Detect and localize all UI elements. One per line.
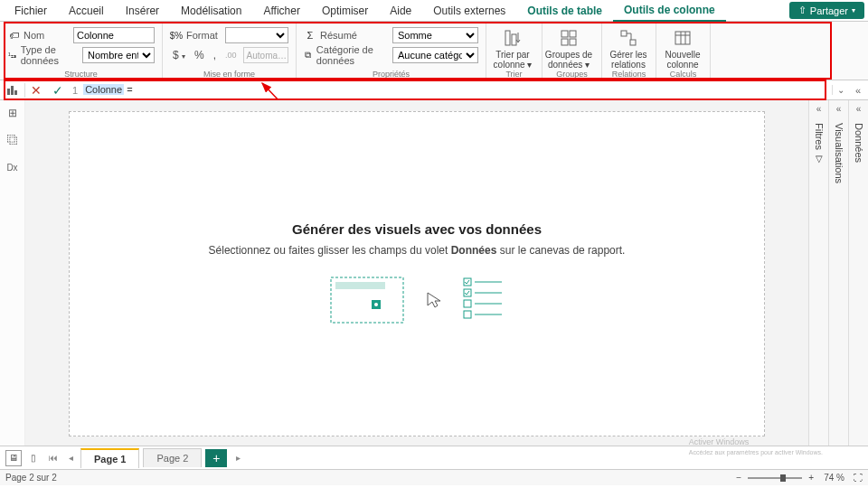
datatype-label: Type de données (21, 44, 79, 66)
format-select[interactable] (225, 27, 288, 43)
menu-accueil[interactable]: Accueil (58, 1, 115, 21)
dax-view-icon[interactable]: Dx (5, 160, 20, 174)
zoom-slider[interactable] (748, 477, 802, 479)
collapse-ribbon-icon[interactable]: « (848, 85, 868, 96)
add-page-button[interactable]: + (205, 449, 227, 467)
menu-inserer[interactable]: Insérer (115, 1, 170, 21)
ribbon-group-relations: Gérer les relations Relations (602, 23, 656, 80)
formula-bar: ✕ ✓ 1 Colonne = ⌄ « (0, 80, 868, 100)
report-canvas[interactable]: Générer des visuels avec vos données Sél… (69, 111, 765, 436)
ribbon-group-calculs: Nouvelle colonne Calculs (656, 23, 711, 80)
visualizations-label: Visualisations (834, 123, 844, 183)
fit-to-page-icon[interactable]: ⛶ (854, 473, 863, 483)
svg-rect-1 (512, 34, 516, 45)
filters-label: Filtres (814, 123, 825, 150)
relations-icon (618, 28, 638, 48)
zoom-control: − + 74 % ⛶ (733, 473, 863, 483)
format-label: Format (186, 30, 218, 41)
sigma-icon: Σ (304, 29, 316, 42)
illus-fields-icon (462, 273, 507, 327)
table-view-icon[interactable]: ⊞ (5, 106, 20, 120)
thousands-button[interactable]: , (211, 49, 219, 61)
model-view-icon[interactable]: ⿻ (5, 133, 20, 147)
menu-modelisation[interactable]: Modélisation (170, 1, 252, 21)
datatype-select[interactable]: Nombre entier (82, 47, 155, 63)
desktop-layout-icon[interactable]: 🖥 (5, 450, 22, 466)
share-button[interactable]: ⇧ Partager ▾ (789, 2, 864, 19)
svg-rect-5 (570, 39, 576, 45)
svg-rect-12 (7, 89, 10, 95)
page-tab-1[interactable]: Page 1 (80, 448, 139, 468)
canvas-empty-subtitle: Sélectionnez ou faites glisser les champ… (209, 244, 626, 257)
menu-aide[interactable]: Aide (379, 1, 422, 21)
svg-rect-13 (11, 86, 14, 95)
summary-select[interactable]: Somme (392, 27, 478, 43)
zoom-percent: 74 % (824, 473, 844, 483)
group-label-relations: Relations (602, 70, 656, 79)
menu-outils-colonne[interactable]: Outils de colonne (613, 0, 726, 22)
group-label-properties: Propriétés (297, 70, 486, 79)
group-label-structure: Structure (0, 70, 162, 79)
tab-nav-prev[interactable]: ◂ (65, 453, 77, 463)
formula-input[interactable]: Colonne = (81, 84, 832, 96)
menu-afficher[interactable]: Afficher (252, 1, 310, 21)
ribbon-group-structure: 🏷 Nom ¹₂₃ Type de données Nombre entier … (0, 23, 163, 80)
datatype-icon: ¹₂₃ (7, 49, 17, 61)
svg-rect-0 (505, 31, 510, 45)
sort-by-column-button[interactable]: Trier par colonne ▾ (486, 23, 539, 74)
svg-rect-6 (621, 31, 627, 36)
formula-expand-button[interactable]: ⌄ (832, 85, 848, 95)
menu-outils-table[interactable]: Outils de table (516, 1, 613, 21)
ribbon-group-sort: Trier par colonne ▾ Trier (486, 23, 542, 80)
menu-outils-externes[interactable]: Outils externes (422, 1, 516, 21)
data-panel-collapsed[interactable]: « Données (848, 100, 868, 446)
menu-fichier[interactable]: Fichier (4, 1, 58, 21)
formula-token: Colonne (83, 84, 124, 95)
category-icon: ⧉ (304, 49, 313, 61)
group-label-groups: Groupes (542, 70, 601, 79)
group-label-calculs: Calculs (656, 70, 710, 79)
svg-point-21 (374, 303, 378, 306)
chevron-left-icon: « (816, 100, 822, 117)
column-name-input[interactable] (73, 27, 155, 43)
ribbon: 🏷 Nom ¹₂₃ Type de données Nombre entier … (0, 22, 868, 80)
zoom-out-button[interactable]: − (733, 473, 744, 483)
zoom-in-button[interactable]: + (806, 473, 816, 483)
decimals-icon[interactable]: .00 (222, 51, 240, 60)
left-view-rail: ⊞ ⿻ Dx (0, 100, 25, 446)
tab-nav-next[interactable]: ▸ (232, 453, 244, 463)
svg-rect-4 (561, 39, 568, 45)
data-label: Données (854, 123, 864, 163)
category-select[interactable]: Aucune catégorie (392, 47, 478, 63)
illus-visual-icon (326, 273, 408, 327)
group-label-formatting: Mise en forme (163, 70, 296, 79)
svg-rect-2 (561, 31, 568, 37)
canvas-empty-title: Générer des visuels avec vos données (292, 221, 542, 237)
format-icon: $% (170, 29, 183, 42)
svg-rect-7 (630, 40, 636, 45)
svg-rect-3 (570, 31, 576, 37)
formula-cancel-button[interactable]: ✕ (25, 83, 47, 98)
page-tab-2[interactable]: Page 2 (143, 448, 202, 467)
ribbon-group-formatting: $% Format $ ▾ % , .00 Automa… Mise en fo… (163, 23, 297, 80)
chevron-down-icon: ▾ (852, 6, 855, 14)
manage-relations-button[interactable]: Gérer les relations (602, 23, 655, 74)
new-column-button[interactable]: Nouvelle colonne (656, 23, 709, 74)
menu-optimiser[interactable]: Optimiser (311, 1, 379, 21)
report-view-icon[interactable] (0, 83, 25, 98)
svg-rect-26 (464, 300, 471, 307)
visualizations-panel-collapsed[interactable]: « Visualisations (828, 100, 848, 446)
right-panels: « Filtres ▽ « Visualisations « Données (808, 100, 868, 446)
formula-accept-button[interactable]: ✓ (47, 83, 69, 98)
tab-nav-first[interactable]: ⏮ (45, 453, 61, 463)
percent-button[interactable]: % (192, 49, 207, 61)
status-bar: Page 2 sur 2 − + 74 % ⛶ (0, 469, 868, 485)
menu-bar: Fichier Accueil Insérer Modélisation Aff… (0, 0, 868, 22)
svg-rect-19 (335, 282, 385, 289)
filters-panel-collapsed[interactable]: « Filtres ▽ (808, 100, 828, 446)
filter-icon: ▽ (816, 154, 823, 164)
data-groups-button[interactable]: Groupes de données ▾ (542, 23, 595, 74)
mobile-layout-icon[interactable]: ▯ (25, 450, 42, 466)
currency-button[interactable]: $ ▾ (170, 49, 188, 61)
auto-decimals-input[interactable]: Automa… (243, 47, 288, 63)
